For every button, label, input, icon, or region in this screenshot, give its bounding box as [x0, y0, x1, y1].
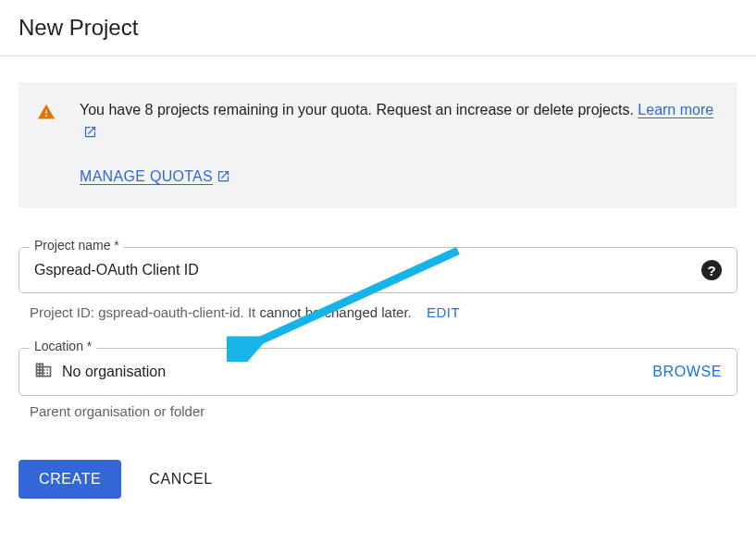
- location-hint: Parent organisation or folder: [19, 396, 737, 419]
- browse-button[interactable]: BROWSE: [652, 364, 722, 380]
- notice-body: You have 8 projects remaining in your qu…: [80, 99, 719, 188]
- location-field[interactable]: Location * No organisation BROWSE: [19, 348, 737, 396]
- project-name-input[interactable]: [34, 262, 692, 278]
- external-link-icon: [83, 125, 97, 139]
- quota-message: You have 8 projects remaining in your qu…: [80, 102, 638, 117]
- project-name-field[interactable]: Project name * ?: [19, 247, 737, 293]
- page-header: New Project: [0, 0, 756, 56]
- location-block: Location * No organisation BROWSE Parent…: [19, 348, 737, 419]
- notice-text: You have 8 projects remaining in your qu…: [80, 99, 719, 143]
- location-label: Location *: [30, 339, 96, 353]
- warning-icon: [37, 99, 56, 188]
- manage-quotas-link[interactable]: MANAGE QUOTAS: [80, 168, 230, 184]
- quota-notice: You have 8 projects remaining in your qu…: [19, 82, 737, 208]
- page-title: New Project: [19, 15, 737, 41]
- external-link-icon: [217, 169, 230, 183]
- create-button[interactable]: CREATE: [19, 460, 121, 499]
- edit-project-id-button[interactable]: EDIT: [427, 304, 460, 320]
- location-value: No organisation: [62, 364, 643, 380]
- action-bar: CREATE CANCEL: [19, 460, 737, 499]
- form-content: You have 8 projects remaining in your qu…: [0, 56, 756, 525]
- help-icon[interactable]: ?: [701, 260, 722, 280]
- project-name-label: Project name *: [30, 238, 124, 253]
- cancel-button[interactable]: CANCEL: [149, 471, 213, 488]
- project-id-hint: Project ID: gspread-oauth-client-id. It …: [19, 293, 737, 320]
- organisation-icon: [34, 361, 53, 383]
- project-name-block: Project name * ? Project ID: gspread-oau…: [19, 247, 737, 320]
